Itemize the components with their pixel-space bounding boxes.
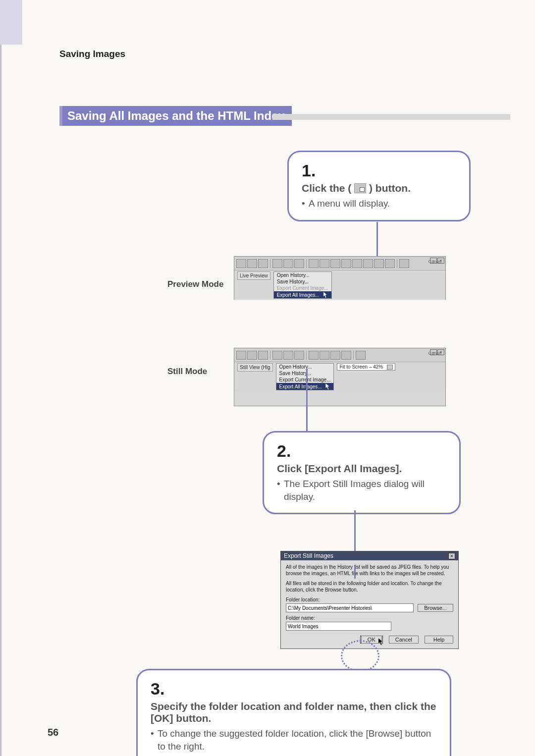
toolbar-icon[interactable] [272,259,282,268]
save-menu: Open History... Save History... Export C… [276,363,334,390]
preview-mode-label: Preview Mode [167,279,223,289]
toolbar-icon[interactable] [258,259,268,268]
dialog-para2: All files will be stored in the followin… [286,581,453,593]
separator [397,259,397,268]
preview-toolbar-screenshot: – × Canon Live Preview [234,256,446,300]
separator [306,259,307,268]
toolbar-icon[interactable] [309,259,319,268]
connector-1 [376,222,378,257]
separator [270,351,270,360]
export-still-images-dialog: Export Still Images × All of the images … [280,551,459,649]
dialog-button-row: OK Cancel Help [286,636,453,644]
menu-save-history[interactable]: Save History... [276,370,334,377]
toolbar-row2: Still View (Hig Open History... Save His… [234,362,445,391]
step-1-title: Click the ( ) button. [302,182,456,194]
menu-open-history[interactable]: Open History... [274,272,331,278]
zoom-label: Fit to Screen – 42% [339,364,383,370]
live-preview-button[interactable]: Live Preview [237,271,270,280]
save-dropdown-icon [354,183,366,193]
separator [306,351,307,360]
toolbar-icon[interactable] [320,259,329,268]
separator [270,259,270,268]
browse-button[interactable]: Browse... [418,604,453,612]
toolbar-icon[interactable] [283,259,293,268]
toolbar-icon[interactable] [247,351,257,360]
help-icon[interactable] [356,351,366,360]
dialog-title: Export Still Images [284,552,333,559]
dialog-para1: All of the images in the History list wi… [286,564,453,577]
toolbar-icon[interactable] [341,259,351,268]
page-number: 56 [48,727,58,738]
toolbar-icon[interactable] [294,351,304,360]
save-menu: Open History... Save History... Export C… [273,271,332,299]
step-1-callout: 1. Click the ( ) button. A menu will dis… [287,151,471,221]
toolbar-icon[interactable] [330,351,340,360]
menu-export-current[interactable]: Export Current Image... [276,377,334,383]
connector-2a [306,369,308,432]
step-1-title-post: ) button. [369,182,411,194]
connector-2b [354,510,356,555]
ok-button-wrap: OK [360,636,383,644]
toolbar-icon[interactable] [283,351,293,360]
dialog-body: All of the images in the History list wi… [281,560,458,648]
separator [353,351,354,360]
toolbar-icon[interactable] [309,351,319,360]
step-2-title: Click [Export All Images]. [277,463,446,475]
section-header: Saving Images [59,49,125,59]
step-3-callout: 3. Specify the folder location and folde… [136,669,451,756]
zoom-selector[interactable]: Fit to Screen – 42% [337,363,395,371]
cancel-button[interactable]: Cancel [389,636,419,644]
toolbar-icon[interactable] [363,259,373,268]
brand-label: Canon [428,260,441,265]
help-icon[interactable] [399,259,409,268]
section-title-band: Saving All Images and the HTML Index [59,106,510,128]
menu-open-history[interactable]: Open History... [276,364,334,370]
toolbar-icon[interactable] [272,351,282,360]
chevron-down-icon [387,365,393,370]
dialog-close-button[interactable]: × [448,553,455,559]
cursor-icon [323,292,328,298]
toolbar-icon[interactable] [352,259,362,268]
toolbar-icon[interactable] [341,351,351,360]
menu-export-all[interactable]: Export All Images... [274,291,331,298]
step-1-title-pre: Click the ( [302,182,354,194]
toolbar-icon[interactable] [247,259,257,268]
step-1-bullet: A menu will display. [302,197,456,210]
step-1-number: 1. [302,161,456,180]
menu-export-current: Export Current Image... [274,285,331,291]
toolbar-row: – × Canon [234,257,445,270]
folder-name-label: Folder name: [286,615,453,621]
section-title-stripe [272,114,510,120]
page-edge [0,0,1,756]
toolbar-icon[interactable] [236,259,246,268]
toolbar-icon[interactable] [294,259,304,268]
menu-export-all-label: Export All Images... [279,384,322,389]
toolbar-row2: Live Preview Open History... Save Histor… [234,270,445,300]
toolbar-icon[interactable] [330,259,340,268]
folder-name-input[interactable] [286,622,391,631]
folder-location-row: Browse... [286,603,453,612]
dialog-titlebar: Export Still Images × [281,551,458,560]
cursor-icon [325,383,330,389]
toolbar-icon[interactable] [320,351,329,360]
menu-save-history[interactable]: Save History... [274,278,331,285]
folder-location-label: Folder location: [286,597,453,602]
corner-decoration [0,0,22,45]
folder-location-input[interactable] [286,603,414,612]
still-mode-label: Still Mode [167,367,207,377]
toolbar-icon[interactable] [236,351,246,360]
toolbar-icon[interactable] [258,351,268,360]
step-2-bullet: The Export Still Images dialog will disp… [277,478,446,503]
toolbar-icon[interactable] [385,259,395,268]
toolbar-icon[interactable] [374,259,384,268]
still-view-button[interactable]: Still View (Hig [237,363,273,372]
menu-export-all-label: Export All Images... [277,292,320,298]
step-3-number: 3. [151,679,437,699]
step-3-title: Specify the folder location and folder n… [151,701,437,724]
page: Saving Images Saving All Images and the … [0,0,535,756]
menu-export-all[interactable]: Export All Images... [276,383,334,390]
still-toolbar-screenshot: – × Canon Still View (Hig Open History..… [234,348,446,406]
folder-name-row [286,622,453,631]
help-button[interactable]: Help [425,636,453,644]
brand-label: Canon [428,351,441,356]
